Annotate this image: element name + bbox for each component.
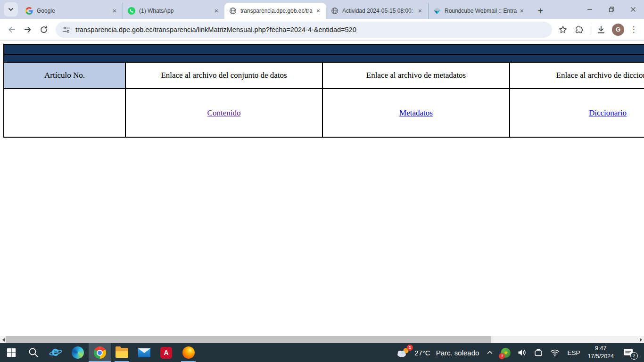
- scroll-right-icon: [640, 338, 642, 342]
- tray-expand-button[interactable]: [482, 343, 497, 362]
- tab-close-icon[interactable]: ×: [416, 7, 424, 15]
- header-conjunto: Enlace al archivo del conjunto de datos: [125, 62, 322, 89]
- address-bar[interactable]: transparencia.dpe.gob.ec/transparencia/l…: [56, 22, 552, 38]
- weather-widget[interactable]: 1 27°C Parc. soleado: [393, 343, 482, 362]
- scroll-right-button[interactable]: [637, 336, 644, 343]
- globe-icon: [331, 7, 339, 15]
- clock-widget[interactable]: 9:47 17/5/2024: [584, 343, 618, 362]
- tray-device-button[interactable]: [530, 343, 546, 362]
- table-row: Contenido Metadatos Diccionario: [4, 89, 644, 137]
- puzzle-icon: [574, 25, 584, 34]
- minimize-button[interactable]: [579, 0, 601, 19]
- roundcube-icon: [433, 7, 441, 15]
- taskbar-acrobat-button[interactable]: A: [155, 343, 177, 362]
- menu-kebab-icon[interactable]: ⋮: [627, 25, 640, 34]
- close-icon: [629, 5, 637, 14]
- reload-icon: [39, 25, 49, 34]
- bookmark-button[interactable]: [555, 22, 571, 38]
- star-icon: [558, 25, 568, 34]
- tab-transparencia-active[interactable]: transparencia.dpe.gob.ec/tra ×: [224, 3, 326, 19]
- tab-search-button[interactable]: [4, 2, 18, 16]
- antivirus-tray-button[interactable]: ★ !: [497, 343, 514, 362]
- weather-icon: 1: [396, 347, 410, 358]
- cell-contenido: Contenido: [125, 89, 322, 137]
- tab-title: Google: [37, 8, 110, 14]
- file-explorer-icon: [116, 348, 128, 358]
- firefox-icon: [182, 346, 195, 359]
- search-icon: [28, 347, 39, 358]
- cell-metadatos: Metadatos: [322, 89, 510, 137]
- weather-condition: Parc. soleado: [436, 349, 479, 357]
- restore-button[interactable]: [601, 0, 622, 19]
- horizontal-scrollbar[interactable]: [0, 336, 644, 343]
- tab-close-icon[interactable]: ×: [110, 7, 119, 15]
- windows-logo-icon: [6, 347, 17, 358]
- wifi-icon: [550, 348, 560, 357]
- tab-title: transparencia.dpe.gob.ec/tra: [240, 8, 314, 14]
- antivirus-icon: ★ !: [501, 348, 511, 358]
- web-page: Artículo No. Enlace al archivo del conju…: [0, 41, 644, 336]
- tab-close-icon[interactable]: ×: [518, 7, 526, 15]
- taskbar-firefox-button[interactable]: [177, 343, 199, 362]
- speaker-icon: [517, 348, 527, 357]
- chevron-down-icon: [8, 6, 14, 13]
- minimize-icon: [586, 5, 594, 14]
- whatsapp-icon: [128, 7, 135, 15]
- site-info-icon[interactable]: [62, 25, 71, 34]
- url-text[interactable]: transparencia.dpe.gob.ec/transparencia/l…: [75, 26, 356, 33]
- scrollbar-thumb[interactable]: [6, 336, 491, 343]
- clock-time: 9:47: [587, 345, 614, 353]
- table-title-bar-2: [4, 55, 644, 62]
- cell-diccionario: Diccionario: [510, 89, 644, 137]
- back-icon: [7, 25, 17, 34]
- close-window-button[interactable]: [622, 0, 644, 19]
- volume-tray-button[interactable]: [514, 343, 530, 362]
- language-indicator[interactable]: ESP: [563, 343, 584, 362]
- tab-close-icon[interactable]: ×: [212, 7, 221, 15]
- diccionario-link[interactable]: Diccionario: [589, 108, 627, 117]
- extensions-button[interactable]: [571, 22, 587, 38]
- weather-badge: 1: [407, 345, 413, 351]
- taskbar-explorer-button[interactable]: [111, 343, 133, 362]
- notification-center-button[interactable]: 2: [618, 343, 642, 362]
- tab-google[interactable]: Google ×: [21, 3, 123, 19]
- acrobat-icon: A: [160, 347, 172, 359]
- globe-icon: [229, 7, 237, 15]
- new-tab-button[interactable]: +: [534, 4, 547, 17]
- profile-avatar[interactable]: G: [612, 24, 624, 36]
- taskbar-ie-button[interactable]: e: [44, 343, 66, 362]
- forward-button[interactable]: [20, 22, 36, 38]
- system-tray: 1 27°C Parc. soleado ★ !: [393, 343, 644, 362]
- tab-roundcube[interactable]: Roundcube Webmail :: Entra ×: [428, 3, 530, 19]
- reload-button[interactable]: [36, 22, 52, 38]
- table-title-bar: [4, 44, 644, 55]
- taskbar-chrome-button[interactable]: [89, 343, 111, 362]
- tab-close-icon[interactable]: ×: [314, 7, 322, 15]
- window-controls: [579, 0, 644, 19]
- taskbar-mail-button[interactable]: [133, 343, 155, 362]
- title-bar-cell-2: [4, 55, 644, 62]
- header-diccionario: Enlace al archivo de diccionario: [510, 62, 644, 89]
- taskbar-edge-button[interactable]: [66, 343, 89, 362]
- cell-articulo-empty: [4, 89, 125, 137]
- tab-actividad[interactable]: Actividad 2024-05-15 08:00: ×: [326, 3, 428, 19]
- contenido-link[interactable]: Contenido: [207, 108, 241, 117]
- chevron-up-icon: [486, 348, 494, 357]
- tab-title: Actividad 2024-05-15 08:00:: [342, 8, 416, 14]
- taskbar-search-button[interactable]: [22, 343, 44, 362]
- forward-icon: [23, 25, 33, 34]
- tab-whatsapp[interactable]: (1) WhatsApp ×: [123, 3, 224, 19]
- table-header-row: Artículo No. Enlace al archivo del conju…: [4, 62, 644, 89]
- start-button[interactable]: [0, 343, 22, 362]
- tab-title: Roundcube Webmail :: Entra: [445, 8, 518, 14]
- restore-icon: [607, 5, 616, 14]
- toolbar-actions: G ⋮: [555, 22, 640, 38]
- network-tray-button[interactable]: [546, 343, 563, 362]
- metadatos-link[interactable]: Metadatos: [399, 108, 433, 117]
- edge-icon: [72, 346, 84, 359]
- downloads-button[interactable]: [593, 22, 609, 38]
- back-button[interactable]: [4, 22, 20, 38]
- matrix-table-container: Artículo No. Enlace al archivo del conju…: [3, 44, 644, 138]
- weather-temp: 27°C: [414, 349, 430, 357]
- mail-icon: [138, 348, 150, 357]
